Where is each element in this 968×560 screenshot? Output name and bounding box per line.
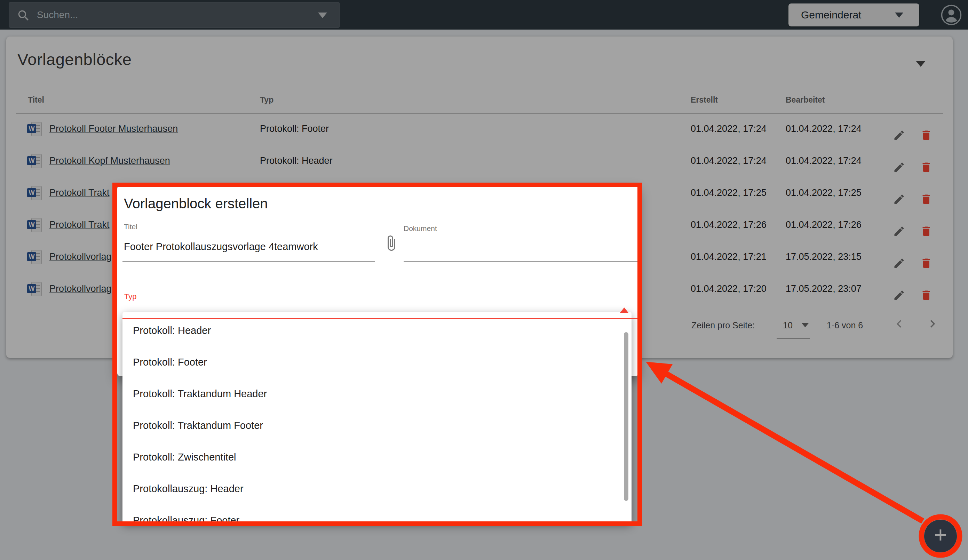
typ-select-underline [123,318,638,319]
menu-scrollbar[interactable] [624,332,628,501]
typ-option[interactable]: Protokoll: Zwischentitel [123,441,632,473]
typ-option[interactable]: Protokoll: Footer [123,346,632,378]
titel-input[interactable] [124,238,371,255]
dokument-field-label: Dokument [404,224,437,233]
titel-field-label: Titel [124,223,138,231]
typ-options-menu: Protokoll: Header Protokoll: Footer Prot… [123,312,632,523]
typ-option[interactable]: Protokoll: Traktandum Footer [123,410,632,441]
attach-file-icon[interactable] [383,235,399,252]
dokument-input[interactable] [404,238,626,255]
dialog-title: Vorlagenblock erstellen [124,196,268,212]
typ-option[interactable]: Protokoll: Header [123,315,632,346]
typ-option[interactable]: Protokollauszug: Footer [123,505,632,523]
typ-option[interactable]: Protokoll: Traktandum Header [123,378,632,410]
dokument-underline [404,261,637,262]
titel-underline [123,261,375,262]
typ-field-label: Typ [124,292,136,301]
screen: Gemeinderat Vorlagenblöcke Titel Typ Ers… [0,0,968,560]
typ-select-open-caret-icon[interactable] [620,308,628,313]
typ-option[interactable]: Protokollauszug: Header [123,473,632,505]
